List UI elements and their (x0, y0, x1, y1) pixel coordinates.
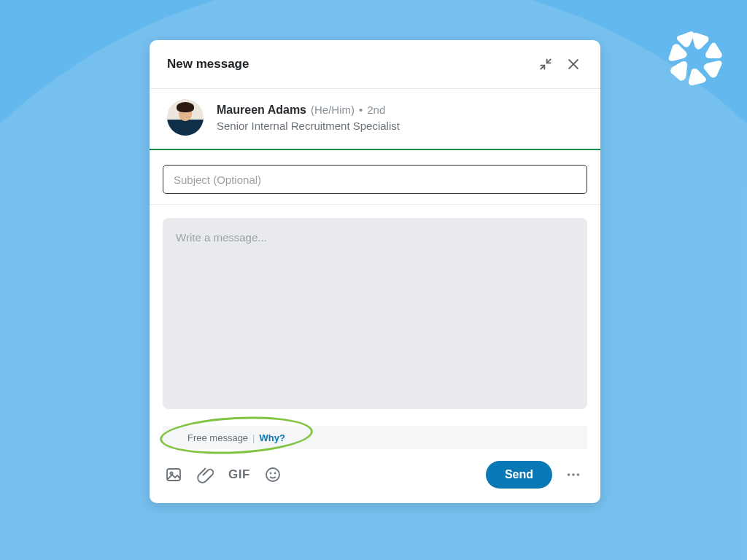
image-icon[interactable] (164, 465, 183, 484)
compose-footer: GIF Send (150, 449, 600, 503)
send-button[interactable]: Send (486, 461, 552, 489)
recipient-separator: • (359, 104, 363, 116)
toolbar: GIF (164, 465, 282, 484)
emoji-icon[interactable] (263, 465, 282, 484)
free-message-why-link[interactable]: Why? (259, 432, 285, 443)
message-body-input[interactable] (163, 218, 587, 409)
brand-logo-icon (665, 28, 727, 89)
recipient-info: Maureen Adams (He/Him) • 2nd Senior Inte… (217, 104, 400, 132)
subject-section (150, 150, 600, 205)
compose-window: New message Maureen Adams (He/Him) • 2nd (150, 40, 600, 503)
recipient-row: Maureen Adams (He/Him) • 2nd Senior Inte… (150, 89, 600, 150)
recipient-title: Senior Internal Recruitment Specialist (217, 120, 400, 132)
svg-point-6 (572, 473, 575, 476)
compose-title: New message (167, 57, 529, 71)
free-message-label: Free message (187, 432, 248, 443)
recipient-name: Maureen Adams (217, 104, 306, 117)
svg-point-2 (266, 468, 279, 481)
subject-input[interactable] (163, 165, 587, 194)
free-message-bar: Free message | Why? (163, 426, 587, 449)
attachment-icon[interactable] (196, 465, 215, 484)
close-button[interactable] (562, 53, 584, 75)
free-message-row: Free message | Why? (163, 426, 587, 449)
svg-point-4 (274, 473, 275, 474)
recipient-pronouns: (He/Him) (311, 104, 355, 116)
svg-point-7 (577, 473, 580, 476)
recipient-header-line: Maureen Adams (He/Him) • 2nd (217, 104, 400, 117)
recipient-degree: 2nd (367, 104, 385, 116)
compose-header: New message (150, 40, 600, 89)
more-button[interactable] (561, 462, 586, 487)
svg-point-3 (270, 473, 271, 474)
free-message-divider: | (252, 432, 255, 443)
avatar (167, 99, 204, 136)
svg-point-5 (568, 473, 570, 476)
gif-button[interactable]: GIF (228, 467, 250, 482)
body-section (150, 205, 600, 413)
svg-rect-0 (167, 469, 180, 481)
minimize-button[interactable] (535, 53, 557, 75)
